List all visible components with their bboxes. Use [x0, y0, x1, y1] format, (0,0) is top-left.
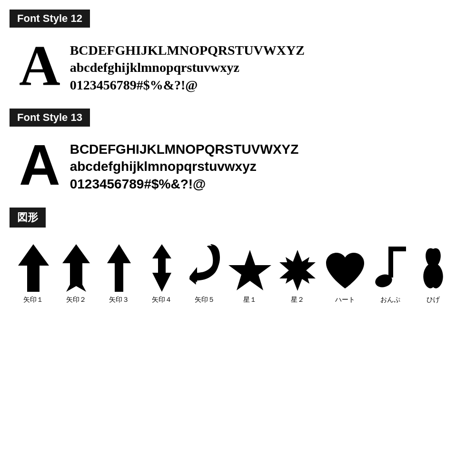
star2-label: 星２ — [291, 296, 304, 304]
music-label: おんぷ — [380, 296, 400, 304]
music-icon — [375, 247, 406, 292]
arrow3-label: 矢印３ — [109, 296, 129, 304]
arrow1-icon — [18, 244, 49, 292]
heart-label: ハート — [335, 296, 355, 304]
shape-arrow4: 矢印４ — [143, 244, 181, 304]
font12-demo: A BCDEFGHIJKLMNOPQRSTUVWXYZ abcdefghijkl… — [10, 37, 466, 94]
font13-line3: 0123456789#$%&?!@ — [70, 176, 299, 193]
shapes-grid: 矢印１ 矢印２ 矢印３ — [10, 244, 466, 304]
shape-arrow5: 矢印５ — [186, 244, 224, 304]
font12-char-lines: BCDEFGHIJKLMNOPQRSTUVWXYZ abcdefghijklmn… — [70, 37, 305, 94]
shape-arrow1: 矢印１ — [14, 244, 52, 304]
font13-demo: A BCDEFGHIJKLMNOPQRSTUVWXYZ abcdefghijkl… — [10, 136, 466, 193]
heart-icon — [324, 251, 367, 292]
arrow5-icon — [189, 244, 220, 292]
font13-header: Font Style 13 — [10, 109, 90, 127]
star1-icon — [228, 249, 271, 292]
arrow4-label: 矢印４ — [152, 296, 172, 304]
font12-line3: 0123456789#$%&?!@ — [70, 77, 305, 94]
svg-marker-3 — [152, 244, 171, 292]
star2-icon — [276, 249, 319, 292]
svg-marker-4 — [228, 250, 271, 290]
mustache-icon — [423, 247, 444, 292]
shapes-section: 図形 矢印１ 矢印２ — [10, 208, 466, 304]
font13-line1: BCDEFGHIJKLMNOPQRSTUVWXYZ — [70, 141, 299, 158]
shape-music: おんぷ — [371, 247, 409, 304]
arrow5-label: 矢印５ — [195, 296, 215, 304]
shape-heart: ハート — [324, 251, 367, 304]
shape-arrow3: 矢印３ — [100, 244, 138, 304]
arrow4-icon — [152, 244, 171, 292]
font-style-13-section: Font Style 13 A BCDEFGHIJKLMNOPQRSTUVWXY… — [10, 109, 466, 193]
svg-rect-8 — [388, 247, 406, 251]
mustache-label: ひげ — [426, 296, 440, 304]
shape-arrow2: 矢印２ — [57, 244, 95, 304]
svg-marker-2 — [107, 244, 131, 292]
shapes-header: 図形 — [10, 208, 46, 228]
arrow3-icon — [107, 244, 131, 292]
font12-line2: abcdefghijklmnopqrstuvwxyz — [70, 59, 305, 76]
svg-marker-0 — [18, 244, 49, 292]
font12-header: Font Style 12 — [10, 10, 90, 28]
arrow1-label: 矢印１ — [23, 296, 43, 304]
shape-star2: 星２ — [276, 249, 319, 304]
font12-line1: BCDEFGHIJKLMNOPQRSTUVWXYZ — [70, 42, 305, 59]
shape-star1: 星１ — [228, 249, 271, 304]
svg-marker-1 — [62, 244, 90, 292]
font13-line2: abcdefghijklmnopqrstuvwxyz — [70, 158, 299, 175]
font12-big-letter: A — [19, 37, 60, 94]
font13-big-letter: A — [19, 136, 60, 193]
star1-label: 星１ — [243, 296, 257, 304]
font-style-12-section: Font Style 12 A BCDEFGHIJKLMNOPQRSTUVWXY… — [10, 10, 466, 94]
font13-char-lines: BCDEFGHIJKLMNOPQRSTUVWXYZ abcdefghijklmn… — [70, 136, 299, 193]
arrow2-icon — [62, 244, 90, 292]
shape-mustache: ひげ — [414, 247, 452, 304]
arrow2-label: 矢印２ — [66, 296, 86, 304]
